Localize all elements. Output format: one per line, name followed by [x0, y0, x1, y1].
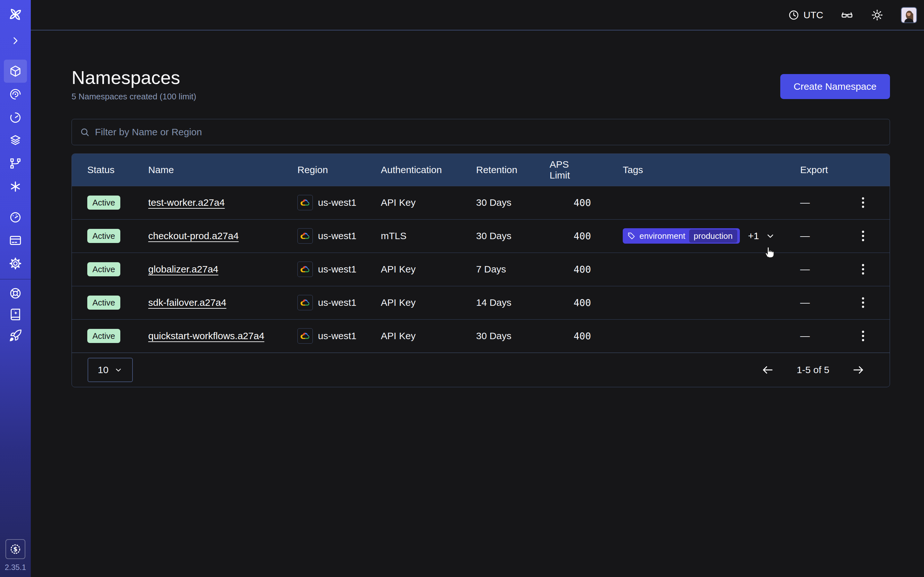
namespace-link[interactable]: quickstart-workflows.a27a4: [148, 330, 264, 342]
aps-limit-value: 400: [549, 264, 591, 275]
temporal-logo[interactable]: [4, 5, 27, 24]
auth-method: mTLS: [381, 230, 476, 242]
sidebar-item-branch[interactable]: [4, 152, 27, 175]
gcp-cloud-icon: [297, 295, 313, 310]
auth-method: API Key: [381, 297, 476, 308]
sidebar-collapse-button[interactable]: [4, 33, 27, 48]
user-avatar[interactable]: [901, 7, 917, 23]
sidebar: $ 2.35.1: [0, 0, 31, 577]
theme-toggle-button[interactable]: [871, 9, 884, 21]
sidebar-item-settings[interactable]: [4, 252, 27, 275]
tags-expand-button[interactable]: [766, 231, 775, 241]
chevron-down-icon: [114, 366, 123, 374]
auth-method: API Key: [381, 264, 476, 275]
column-header-name: Name: [148, 164, 297, 175]
search-icon: [79, 127, 90, 137]
rocket-icon: [9, 329, 22, 342]
sidebar-item-workflows[interactable]: [4, 83, 27, 106]
namespace-link[interactable]: test-worker.a27a4: [148, 197, 225, 208]
page-title: Namespaces: [71, 67, 196, 89]
kebab-icon: [861, 330, 865, 342]
filter-input[interactable]: [95, 127, 882, 137]
export-value: —: [796, 230, 854, 242]
chevron-right-icon: [10, 35, 21, 46]
arrow-left-icon: [761, 364, 774, 376]
sidebar-item-docs[interactable]: [4, 304, 27, 325]
credit-card-icon: [9, 234, 22, 247]
sidebar-item-deployments[interactable]: [4, 129, 27, 152]
credits-button[interactable]: $: [5, 539, 25, 559]
status-badge: Active: [87, 262, 120, 277]
tag-more-count: +1: [748, 230, 759, 242]
next-page-button[interactable]: [850, 362, 867, 378]
auth-method: API Key: [381, 197, 476, 208]
sidebar-item-nexus[interactable]: [4, 175, 27, 198]
status-badge: Active: [87, 329, 120, 343]
glasses-button[interactable]: [841, 9, 853, 21]
namespace-count-subtitle: 5 Namespaces created (100 limit): [71, 92, 196, 102]
sidebar-item-schedules[interactable]: [4, 106, 27, 129]
retention-value: 14 Days: [476, 297, 549, 308]
main-content: Namespaces 5 Namespaces created (100 lim…: [31, 31, 924, 577]
region-label: us-west1: [318, 330, 357, 342]
row-actions-menu-button[interactable]: [858, 293, 868, 311]
export-value: —: [796, 330, 854, 342]
timezone-label: UTC: [803, 10, 823, 21]
pagination-range: 1-5 of 5: [796, 364, 829, 376]
tag-value: production: [689, 229, 737, 243]
timer-icon: [9, 111, 22, 124]
sidebar-item-usage[interactable]: [4, 206, 27, 229]
gcp-cloud-icon: [297, 195, 313, 210]
namespace-link[interactable]: globalizer.a27a4: [148, 264, 218, 275]
row-actions-menu-button[interactable]: [858, 327, 868, 345]
retention-value: 30 Days: [476, 197, 549, 208]
namespace-link[interactable]: sdk-failover.a27a4: [148, 297, 226, 308]
gear-icon: [9, 257, 22, 270]
retention-value: 30 Days: [476, 230, 549, 242]
sidebar-divider: [0, 279, 31, 279]
svg-text:$: $: [13, 546, 17, 553]
region-label: us-west1: [318, 297, 357, 308]
tag-key: environment: [640, 231, 685, 241]
row-actions-menu-button[interactable]: [858, 260, 868, 278]
region-label: us-west1: [318, 264, 357, 275]
row-actions-menu-button[interactable]: [858, 227, 868, 245]
table-footer: 10 1-5 of 5: [72, 353, 890, 387]
table-row: Active quickstart-workflows.a27a4: [72, 319, 890, 353]
export-value: —: [796, 264, 854, 275]
export-value: —: [796, 197, 854, 208]
column-header-export: Export: [796, 164, 854, 175]
retention-value: 30 Days: [476, 330, 549, 342]
previous-page-button[interactable]: [759, 362, 776, 378]
row-actions-menu-button[interactable]: [858, 193, 868, 211]
kebab-icon: [861, 263, 865, 276]
app-version: 2.35.1: [5, 563, 26, 572]
sidebar-item-namespaces[interactable]: [4, 60, 27, 83]
region-label: us-west1: [318, 197, 357, 208]
timezone-button[interactable]: UTC: [788, 9, 823, 21]
kebab-icon: [861, 296, 865, 309]
sun-icon: [871, 9, 884, 21]
sidebar-item-billing[interactable]: [4, 229, 27, 252]
column-header-region: Region: [297, 164, 381, 175]
retention-value: 7 Days: [476, 264, 549, 275]
book-sparkles-icon: [9, 308, 22, 321]
cube-icon: [9, 64, 22, 78]
column-header-status: Status: [72, 164, 148, 175]
aps-limit-value: 400: [549, 330, 591, 342]
page-size-select[interactable]: 10: [87, 358, 133, 382]
namespace-link[interactable]: checkout-prod.a27a4: [148, 230, 239, 242]
credits-badge-icon: $: [9, 542, 22, 556]
tag-pill[interactable]: environment production: [623, 228, 740, 243]
column-header-tags: Tags: [591, 164, 796, 175]
create-namespace-button[interactable]: Create Namespace: [780, 74, 890, 99]
asterisk-icon: [9, 180, 22, 193]
sidebar-item-getting-started[interactable]: [4, 325, 27, 346]
sidebar-item-support[interactable]: [4, 283, 27, 304]
gauge-icon: [9, 211, 22, 224]
auth-method: API Key: [381, 330, 476, 342]
filter-input-container: [71, 119, 890, 145]
tag-pill-group: environment production +1: [623, 228, 775, 243]
table-body: Active test-worker.a27a4: [72, 186, 890, 353]
column-header-retention: Retention: [476, 164, 549, 175]
